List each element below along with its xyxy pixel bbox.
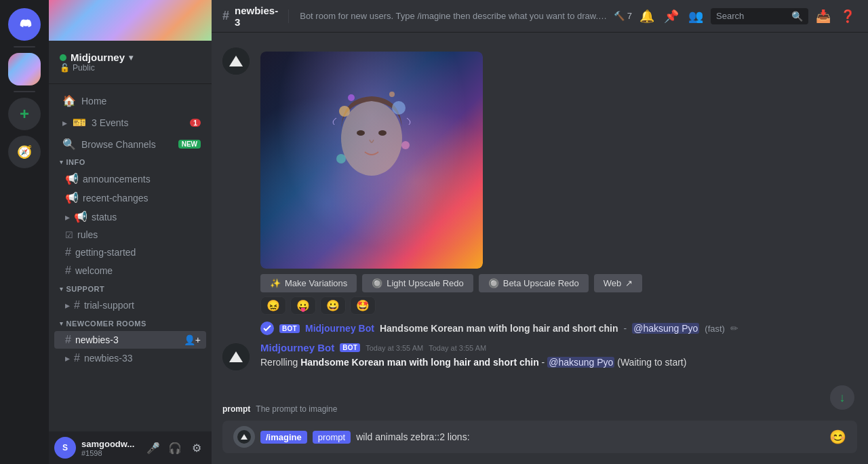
server-header[interactable]: Midjourney ▾ 🔓 Public [49, 41, 212, 84]
svg-point-8 [348, 94, 355, 101]
microphone-button[interactable]: 🎤 [144, 438, 163, 457]
server-divider [14, 46, 35, 47]
light-upscale-redo-button[interactable]: 🔘 Light Upscale Redo [362, 274, 473, 292]
discord-home-button[interactable] [8, 8, 41, 41]
message-group-rerolling: Midjourney Bot BOT Today at 3:55 AM Toda… [222, 339, 857, 373]
category-info: ▾ INFO 📢 announcements 📢 recent-changes … [49, 155, 212, 279]
search-bar[interactable]: 🔍 [711, 8, 808, 24]
external-link-icon: ↗ [625, 278, 633, 288]
reaction-angry[interactable]: 😖 [260, 296, 286, 315]
server-sidebar: + 🧭 [0, 0, 49, 464]
svg-point-3 [378, 130, 387, 136]
reaction-star-eyes[interactable]: 🤩 [350, 296, 376, 315]
prompt-label: prompt [222, 404, 250, 414]
image-attachment [260, 52, 483, 269]
ai-generated-image [260, 52, 483, 269]
message-content-image: ✨ Make Variations 🔘 Light Upscale Redo 🔘… [260, 46, 857, 315]
chat-input-field[interactable] [356, 431, 824, 442]
channel-newbies-33[interactable]: ▸ # newbies-33 [54, 349, 206, 367]
members-count: 🔨 7 [614, 11, 632, 21]
make-variations-icon: ✨ [270, 278, 281, 288]
reactions: 😖 😛 😀 🤩 [260, 296, 857, 315]
category-support-header[interactable]: ▾ SUPPORT [49, 282, 212, 296]
rerolling-message-content: Midjourney Bot BOT Today at 3:55 AM Toda… [260, 342, 857, 370]
events-badge: 1 [190, 119, 201, 127]
beta-upscale-redo-button[interactable]: 🔘 Beta Upscale Redo [479, 274, 589, 292]
prompt-text-inline: Handsome Korean man with long hair and s… [380, 323, 618, 334]
command-tag: /imagine [260, 431, 307, 444]
notifications-button[interactable]: 🔔 [637, 7, 656, 26]
explore-servers-button[interactable]: 🧭 [8, 136, 41, 168]
channel-header-name: newbies-3 [235, 5, 283, 28]
add-member-icon[interactable]: 👤+ [184, 334, 201, 345]
channel-trial-support[interactable]: ▸ # trial-support [54, 296, 206, 314]
channel-newbies-3[interactable]: # newbies-3 👤+ [54, 331, 206, 349]
headphones-button[interactable]: 🎧 [165, 438, 184, 457]
verified-check-icon [260, 322, 274, 335]
user-controls: 🎤 🎧 ⚙ [144, 438, 206, 457]
mention-user: @haksung Pyo [632, 323, 699, 334]
search-input[interactable] [716, 11, 789, 21]
message-group-image: ✨ Make Variations 🔘 Light Upscale Redo 🔘… [222, 43, 857, 317]
browse-channels-badge: NEW [178, 140, 201, 149]
settings-button[interactable]: ⚙ [187, 438, 206, 457]
prompt-description: The prompt to imagine [256, 404, 337, 414]
midjourney-bot-avatar [222, 47, 250, 75]
prompt-bar: prompt The prompt to imagine [212, 402, 868, 415]
sidebar-item-events[interactable]: ▸ 🎫 3 Events 1 [54, 112, 206, 133]
midjourney-bot-name-inline: Midjourney Bot [305, 323, 374, 334]
scroll-to-bottom-button[interactable]: ↓ [830, 385, 854, 410]
members-button[interactable]: 👥 [686, 7, 705, 26]
rerolling-msg-header: Midjourney Bot BOT Today at 3:55 AM Toda… [260, 342, 857, 353]
server-name: Midjourney ▾ [60, 52, 133, 63]
category-newcomer-rooms-header[interactable]: ▾ NEWCOMER ROOMS [49, 317, 212, 330]
svg-point-5 [392, 101, 406, 115]
edit-icon[interactable]: ✏ [730, 323, 738, 334]
beta-upscale-icon: 🔘 [488, 278, 499, 288]
help-button[interactable]: ❓ [838, 7, 857, 26]
sidebar-item-home[interactable]: 🏠 Home [54, 90, 206, 111]
reaction-grin[interactable]: 😀 [320, 296, 346, 315]
user-info: samgoodw... #1598 [81, 439, 138, 457]
rerolling-text: Rerolling Handsome Korean man with long … [260, 356, 857, 370]
rerolling-mention: @haksung Pyo [547, 357, 614, 368]
channel-status[interactable]: ▸ 📢 status [54, 208, 206, 226]
midjourney-server-icon[interactable] [8, 53, 41, 85]
message-timestamp: Today at 3:55 AM [366, 344, 423, 352]
channel-header: # newbies-3 Bot room for new users. Type… [212, 0, 868, 33]
midjourney-bot-name: Midjourney Bot [260, 342, 334, 353]
svg-point-2 [357, 130, 365, 136]
system-message-line: BOT Midjourney Bot Handsome Korean man w… [222, 320, 857, 336]
category-info-header[interactable]: ▾ INFO [49, 155, 212, 169]
inbox-button[interactable]: 📥 [814, 7, 833, 26]
speed-tag: (fast) [705, 324, 725, 334]
channel-announcements[interactable]: 📢 announcements [54, 170, 206, 188]
message-avatar [233, 426, 255, 448]
sidebar-item-browse-channels[interactable]: 🔍 Browse Channels NEW [54, 134, 206, 155]
channel-recent-changes[interactable]: 📢 recent-changes [54, 189, 206, 207]
header-divider [288, 9, 289, 23]
avatar-col-2 [222, 342, 250, 370]
make-variations-button[interactable]: ✨ Make Variations [260, 274, 357, 292]
reaction-tongue[interactable]: 😛 [290, 296, 316, 315]
main-content: # newbies-3 Bot room for new users. Type… [212, 0, 868, 464]
messages-area: ✨ Make Variations 🔘 Light Upscale Redo 🔘… [212, 33, 868, 402]
pin-button[interactable]: 📌 [662, 7, 681, 26]
channel-list: 🏠 Home ▸ 🎫 3 Events 1 🔍 Browse Channels … [49, 84, 212, 431]
header-actions: 🔨 7 🔔 📌 👥 🔍 📥 ❓ [614, 7, 857, 26]
user-tag-display: #1598 [81, 449, 138, 457]
svg-point-6 [401, 141, 410, 149]
avatar-col [222, 46, 250, 315]
channel-welcome[interactable]: # welcome [54, 262, 206, 279]
web-button[interactable]: Web ↗ [594, 274, 643, 292]
svg-point-9 [389, 92, 395, 97]
channel-rules[interactable]: ☑ rules [54, 227, 206, 243]
light-upscale-icon: 🔘 [372, 278, 382, 288]
svg-point-4 [339, 106, 350, 117]
channel-getting-started[interactable]: # getting-started [54, 244, 206, 261]
server-banner [49, 0, 212, 41]
message-time-value: Today at 3:55 AM [429, 344, 486, 352]
emoji-button[interactable]: 😊 [829, 429, 846, 445]
add-server-button[interactable]: + [8, 98, 41, 130]
channel-sidebar: Midjourney ▾ 🔓 Public 🏠 Home ▸ 🎫 3 Event… [49, 0, 212, 464]
